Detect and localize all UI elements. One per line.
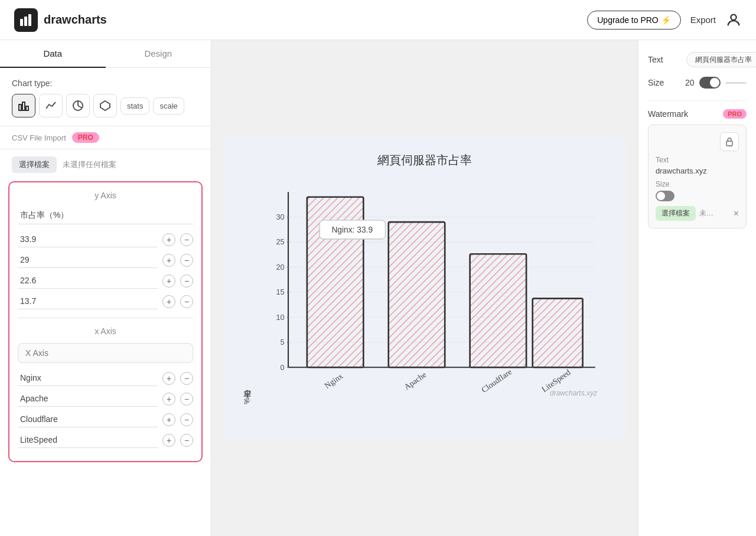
y-value-input-1[interactable] xyxy=(18,231,158,247)
y-value-input-3[interactable] xyxy=(18,273,158,289)
wm-size-knob xyxy=(657,192,665,200)
y-value-input-2[interactable] xyxy=(18,252,158,268)
text-row: Text xyxy=(648,52,747,67)
chart-type-selector: stats scale xyxy=(0,94,211,126)
svg-marker-10 xyxy=(100,101,110,110)
x-value-input-2[interactable] xyxy=(18,391,158,407)
y-value-remove-1[interactable]: − xyxy=(180,233,193,246)
tab-data[interactable]: Data xyxy=(0,40,106,68)
chart-type-scale[interactable]: scale xyxy=(153,97,184,115)
y-axis-name-input[interactable] xyxy=(18,207,193,224)
chart-type-radar[interactable] xyxy=(93,94,117,117)
logo-icon xyxy=(14,8,38,32)
x-value-add-4[interactable]: + xyxy=(162,434,175,447)
tab-bar: Data Design xyxy=(0,40,211,68)
chart-inner: 0 5 10 15 20 25 xyxy=(257,180,608,404)
x-value-input-1[interactable] xyxy=(18,370,158,386)
x-value-row-3: + − xyxy=(18,411,193,427)
chart-type-stats[interactable]: stats xyxy=(120,97,149,115)
chart-watermark: drawcharts.xyz xyxy=(550,389,597,397)
svg-rect-36 xyxy=(470,254,526,367)
chart-type-bar[interactable] xyxy=(12,94,35,117)
wm-size-label: Size xyxy=(656,180,739,188)
wm-file-row: 選擇檔案 未… × xyxy=(656,206,739,221)
watermark-pro-badge: PRO xyxy=(723,109,747,119)
x-value-row-4: + − xyxy=(18,432,193,448)
x-value-remove-3[interactable]: − xyxy=(180,413,193,426)
y-value-input-4[interactable] xyxy=(18,293,158,309)
size-slider[interactable] xyxy=(725,82,747,84)
left-panel: Data Design Chart type: xyxy=(0,40,211,536)
y-value-add-4[interactable]: + xyxy=(162,295,175,308)
wm-size-toggle[interactable] xyxy=(656,191,674,201)
x-value-remove-2[interactable]: − xyxy=(180,393,193,406)
wm-file-select-button[interactable]: 選擇檔案 xyxy=(656,206,696,221)
user-icon[interactable] xyxy=(725,12,742,28)
x-value-add-1[interactable]: + xyxy=(162,372,175,385)
x-value-row-1: + − xyxy=(18,370,193,386)
svg-text:Nginx: 33.9: Nginx: 33.9 xyxy=(331,225,373,234)
chart-title: 網頁伺服器市占率 xyxy=(242,152,608,168)
x-value-remove-4[interactable]: − xyxy=(180,434,193,447)
wm-text-row: Text drawcharts.xyz xyxy=(656,156,739,175)
size-toggle[interactable] xyxy=(699,77,721,89)
x-axis-placeholder-input[interactable] xyxy=(18,343,193,363)
x-value-add-3[interactable]: + xyxy=(162,413,175,426)
y-value-add-3[interactable]: + xyxy=(162,274,175,287)
x-value-input-4[interactable] xyxy=(18,432,158,448)
divider xyxy=(648,100,747,101)
title-input[interactable] xyxy=(686,52,756,67)
svg-rect-4 xyxy=(19,104,21,110)
svg-rect-0 xyxy=(20,19,23,26)
size-value: 20 xyxy=(685,78,695,87)
tab-design[interactable]: Design xyxy=(106,40,211,68)
svg-rect-5 xyxy=(22,102,25,110)
x-axis-label: x Axis xyxy=(18,326,193,336)
svg-text:5: 5 xyxy=(281,338,285,347)
y-value-add-2[interactable]: + xyxy=(162,254,175,267)
watermark-box: Text drawcharts.xyz Size 選擇檔案 未… × xyxy=(648,125,747,228)
file-row: 選擇檔案 未選擇任何檔案 xyxy=(0,156,211,181)
svg-text:Apache: Apache xyxy=(402,370,428,391)
chart-container: 網頁伺服器市占率 市占率（%） 0 5 xyxy=(224,135,625,442)
chart-type-line[interactable] xyxy=(39,94,63,117)
y-value-remove-2[interactable]: − xyxy=(180,254,193,267)
svg-text:30: 30 xyxy=(276,213,285,221)
y-value-row-3: + − xyxy=(18,273,193,289)
y-axis-chart-label: 市占率（%） xyxy=(242,180,252,404)
watermark-section: Watermark PRO Text drawcharts.xyz xyxy=(648,109,747,228)
wm-text-value: drawcharts.xyz xyxy=(656,166,739,175)
upgrade-button[interactable]: Upgrade to PRO ⚡ xyxy=(587,11,680,30)
svg-text:Nginx: Nginx xyxy=(323,371,345,390)
x-value-remove-1[interactable]: − xyxy=(180,372,193,385)
center-canvas: 網頁伺服器市占率 市占率（%） 0 5 xyxy=(211,40,638,536)
wm-text-label: Text xyxy=(656,156,739,164)
chart-type-label: Chart type: xyxy=(0,79,211,94)
lock-button[interactable] xyxy=(720,132,739,151)
svg-rect-37 xyxy=(533,299,583,368)
export-button[interactable]: Export xyxy=(690,15,716,25)
svg-rect-6 xyxy=(26,106,28,110)
chart-type-pie[interactable] xyxy=(66,94,90,117)
file-select-button[interactable]: 選擇檔案 xyxy=(12,156,57,173)
file-hint: 未選擇任何檔案 xyxy=(63,159,116,170)
svg-text:Cloudflare: Cloudflare xyxy=(480,367,513,394)
x-value-row-2: + − xyxy=(18,391,193,407)
wm-close-button[interactable]: × xyxy=(734,208,739,219)
watermark-header: Watermark PRO xyxy=(648,109,747,119)
x-value-add-2[interactable]: + xyxy=(162,393,175,406)
toggle-knob xyxy=(710,78,719,87)
y-axis-label: y Axis xyxy=(18,191,193,200)
svg-line-9 xyxy=(78,106,82,108)
y-value-remove-3[interactable]: − xyxy=(180,274,193,287)
logo-area: drawcharts xyxy=(14,8,107,32)
header: drawcharts Upgrade to PRO ⚡ Export xyxy=(0,0,756,40)
svg-rect-44 xyxy=(726,141,732,146)
svg-rect-1 xyxy=(24,17,27,26)
x-value-input-3[interactable] xyxy=(18,411,158,427)
y-value-remove-4[interactable]: − xyxy=(180,295,193,308)
text-label: Text xyxy=(648,55,680,64)
y-value-row-2: + − xyxy=(18,252,193,268)
svg-text:25: 25 xyxy=(276,237,285,246)
y-value-add-1[interactable]: + xyxy=(162,233,175,246)
